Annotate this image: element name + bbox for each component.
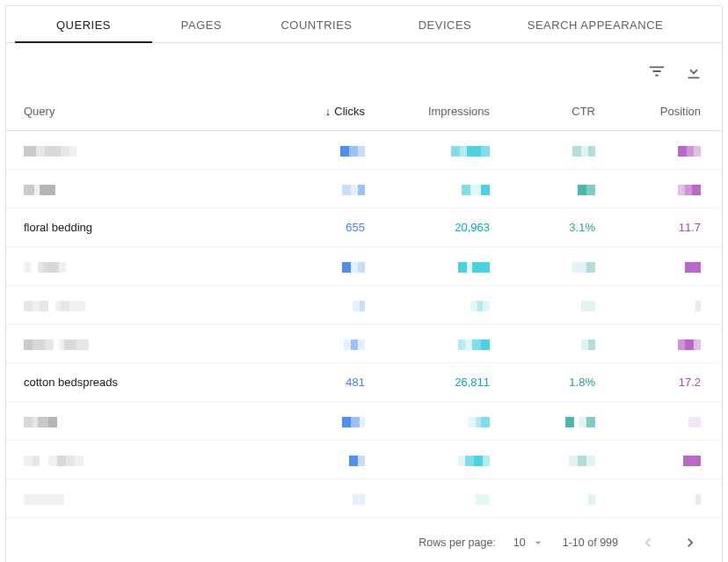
- page-range: 1-10 of 999: [563, 536, 618, 549]
- prev-page-button[interactable]: [636, 530, 660, 555]
- filter-icon[interactable]: [646, 61, 667, 82]
- impressions-cell: 26,811: [386, 363, 511, 402]
- clicks-cell: 481: [298, 363, 386, 402]
- chevron-down-icon: [531, 536, 545, 550]
- col-header-query[interactable]: Query: [6, 89, 298, 131]
- tab-search-appearance[interactable]: SEARCH APPEARANCE: [507, 6, 683, 42]
- table-footer: Rows per page: 10 1-10 of 999: [6, 518, 722, 562]
- table-row[interactable]: cotton bedspreads 481 26,811 1.8% 17.2: [6, 363, 722, 402]
- performance-table: Query ↓Clicks Impressions CTR Position: [6, 89, 722, 518]
- table-row[interactable]: [6, 286, 722, 325]
- table-toolbar: [6, 43, 722, 89]
- table-row[interactable]: [6, 131, 722, 170]
- tab-queries[interactable]: QUERIES: [15, 6, 152, 42]
- table-row[interactable]: [6, 402, 722, 441]
- table-row[interactable]: [6, 479, 722, 518]
- position-cell: 17.2: [616, 363, 722, 402]
- tab-pages[interactable]: PAGES: [152, 6, 251, 42]
- ctr-cell: 3.1%: [511, 208, 616, 247]
- rows-per-page-label: Rows per page:: [419, 536, 496, 549]
- tabs-bar: QUERIES PAGES COUNTRIES DEVICES SEARCH A…: [6, 6, 722, 43]
- table-row[interactable]: [6, 247, 722, 286]
- position-cell: 11.7: [616, 208, 722, 247]
- download-icon[interactable]: [683, 61, 704, 82]
- tab-devices[interactable]: DEVICES: [382, 6, 507, 42]
- table-row[interactable]: [6, 325, 722, 363]
- table-row[interactable]: [6, 170, 722, 208]
- next-page-button[interactable]: [678, 530, 703, 555]
- query-cell: cotton bedspreads: [6, 363, 298, 402]
- chevron-right-icon: [681, 534, 699, 551]
- impressions-cell: 20,963: [386, 208, 511, 247]
- col-header-clicks[interactable]: ↓Clicks: [298, 89, 386, 131]
- sort-descending-icon: ↓: [325, 105, 331, 118]
- query-cell: floral bedding: [6, 208, 298, 247]
- tab-countries[interactable]: COUNTRIES: [251, 6, 382, 42]
- col-header-position[interactable]: Position: [616, 89, 722, 131]
- clicks-cell: 655: [298, 208, 386, 247]
- chevron-left-icon: [639, 534, 657, 551]
- col-header-impressions[interactable]: Impressions: [386, 89, 511, 131]
- table-row[interactable]: [6, 441, 722, 479]
- ctr-cell: 1.8%: [511, 363, 616, 402]
- rows-per-page-select[interactable]: 10: [513, 536, 545, 550]
- table-row[interactable]: floral bedding 655 20,963 3.1% 11.7: [6, 208, 722, 247]
- col-header-ctr[interactable]: CTR: [511, 89, 616, 131]
